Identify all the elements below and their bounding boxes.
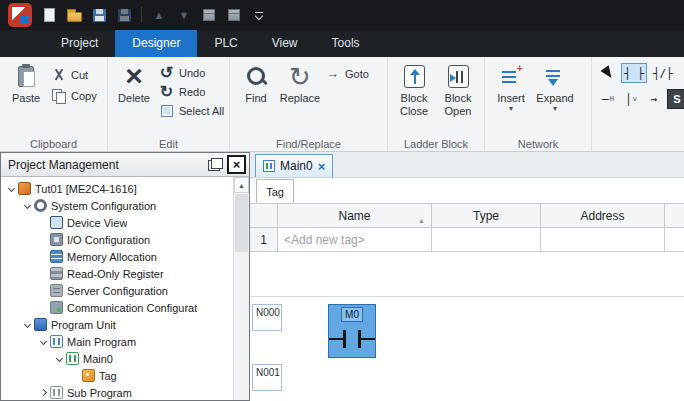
tree-item-device-view[interactable]: Device View: [1, 214, 233, 231]
name-header-label: Name: [338, 209, 370, 223]
chevron-down-icon[interactable]: [37, 339, 49, 344]
move-up-button[interactable]: [151, 6, 167, 24]
tree-item-main0[interactable]: Main0: [1, 350, 233, 367]
contact-nc-tool-button[interactable]: ┤/├: [650, 63, 676, 83]
float-window-button[interactable]: [208, 158, 223, 171]
tree-item-communication-configuration[interactable]: Communication Configurat: [1, 299, 233, 316]
tree-item-sub-program[interactable]: Sub Program: [1, 384, 233, 400]
tree-item-read-only-register[interactable]: Read-Only Register: [1, 265, 233, 282]
table-row: 1 <Add new tag>: [250, 228, 684, 252]
ladder-editor[interactable]: N000 M0 N001: [250, 296, 684, 401]
arrow-tool-button[interactable]: →: [644, 89, 664, 109]
open-project-button[interactable]: [66, 6, 82, 24]
table-header-row: Name Type Address: [250, 204, 684, 228]
tree-item-tag[interactable]: Tag: [1, 367, 233, 384]
goto-button[interactable]: Goto: [325, 66, 369, 81]
insert-network-button[interactable]: Insert: [489, 60, 533, 113]
redo-icon: [160, 82, 173, 101]
goto-label: Goto: [345, 68, 369, 80]
tree-item-system-configuration[interactable]: System Configuration: [1, 197, 233, 214]
chevron-down-icon[interactable]: [5, 186, 17, 191]
extra-cell[interactable]: [665, 228, 684, 252]
close-tab-icon[interactable]: ×: [318, 160, 326, 173]
pointer-cursor-icon: [600, 65, 615, 81]
tab-tools[interactable]: Tools: [315, 30, 377, 57]
tree-item-io-configuration[interactable]: I/O Configuration: [1, 231, 233, 248]
tag-view-tab[interactable]: Tag: [256, 179, 294, 204]
plc-project-icon: [18, 182, 31, 195]
tab-designer[interactable]: Designer: [115, 30, 197, 57]
rung-line-right: [360, 338, 375, 340]
tab-plc[interactable]: PLC: [197, 30, 254, 57]
h-line-icon: ─: [602, 93, 609, 106]
redo-button[interactable]: Redo: [159, 84, 224, 99]
up-arrow-icon: [154, 10, 165, 21]
branch-down-tool-button[interactable]: ┬: [679, 63, 684, 83]
tree-item-label: Memory Allocation: [67, 251, 157, 263]
cut-icon: [52, 68, 66, 82]
app-logo-icon[interactable]: [8, 3, 32, 27]
network-label-n000[interactable]: N000: [252, 304, 282, 331]
name-column-header[interactable]: Name: [278, 204, 432, 228]
pointer-tool-button[interactable]: [598, 63, 618, 83]
tag-type-cell[interactable]: [432, 228, 541, 252]
down-arrow-icon: [179, 10, 190, 21]
delete-button[interactable]: Delete: [112, 60, 156, 108]
upload-from-plc-button[interactable]: [226, 6, 242, 24]
tree-scrollbar[interactable]: [233, 177, 249, 400]
tree-item-memory-allocation[interactable]: Memory Allocation: [1, 248, 233, 265]
save-button-quick[interactable]: [91, 6, 107, 24]
gear-icon: [34, 199, 47, 212]
chevron-down-icon[interactable]: [21, 203, 33, 208]
block-open-icon: [448, 65, 469, 88]
undo-label: Undo: [179, 67, 205, 79]
chevron-right-icon[interactable]: [37, 390, 49, 395]
network-label-n001[interactable]: N001: [252, 364, 282, 391]
tree-item-main-program[interactable]: Main Program: [1, 333, 233, 350]
download-to-plc-button[interactable]: [201, 6, 217, 24]
block-open-button[interactable]: Block Open: [436, 60, 480, 120]
contact-no-tool-button[interactable]: ┤ ├: [621, 63, 647, 83]
chevron-down-icon[interactable]: [21, 322, 33, 327]
chevron-down-icon[interactable]: [53, 356, 65, 361]
group-label-find-replace: Find/Replace: [230, 138, 387, 150]
paste-icon: [18, 66, 34, 87]
row-number-cell[interactable]: 1: [250, 228, 278, 252]
select-all-label: Select All: [179, 105, 224, 117]
horizontal-line-tool-button[interactable]: ─H: [598, 89, 618, 109]
replace-button[interactable]: Replace: [278, 60, 322, 108]
set-coil-tool-button[interactable]: S: [667, 89, 684, 109]
type-column-header[interactable]: Type: [432, 204, 541, 228]
block-close-button[interactable]: Block Close: [392, 60, 436, 120]
doc-tab-main0[interactable]: Main0 ×: [255, 154, 333, 177]
address-column-header[interactable]: Address: [541, 204, 665, 228]
extra-column-header[interactable]: [665, 204, 684, 228]
cut-button[interactable]: Cut: [51, 67, 97, 82]
row-number-header[interactable]: [250, 204, 278, 228]
tab-project[interactable]: Project: [44, 30, 115, 57]
ladder-contact-selected[interactable]: M0: [328, 304, 376, 358]
scroll-up-button[interactable]: [234, 177, 249, 193]
find-button[interactable]: Find: [234, 60, 278, 108]
expand-network-button[interactable]: Expand: [533, 60, 577, 113]
close-panel-button[interactable]: ×: [227, 155, 246, 174]
tree-item-tut01[interactable]: Tut01 [ME2C4-1616]: [1, 180, 233, 197]
tree-item-program-unit[interactable]: Program Unit: [1, 316, 233, 333]
save-all-button[interactable]: [116, 6, 132, 24]
undo-button[interactable]: Undo: [159, 65, 224, 80]
new-file-button[interactable]: [41, 6, 57, 24]
paste-button[interactable]: Paste: [4, 60, 48, 108]
tag-name-cell[interactable]: <Add new tag>: [278, 228, 432, 252]
move-down-button[interactable]: [176, 6, 192, 24]
tag-address-cell[interactable]: [541, 228, 665, 252]
h-tag-label: H: [610, 95, 614, 103]
type-header-label: Type: [473, 209, 499, 223]
tree-item-server-configuration[interactable]: Server Configuration: [1, 282, 233, 299]
scrollbar-thumb[interactable]: [235, 194, 248, 252]
tab-view[interactable]: View: [255, 30, 315, 57]
vertical-line-tool-button[interactable]: │v: [621, 89, 641, 109]
select-all-button[interactable]: Select All: [159, 103, 224, 118]
copy-button[interactable]: Copy: [51, 88, 97, 103]
editor-area: Main0 × Tag Name Type Address: [250, 152, 684, 401]
toolbar-overflow-button[interactable]: [251, 6, 267, 24]
